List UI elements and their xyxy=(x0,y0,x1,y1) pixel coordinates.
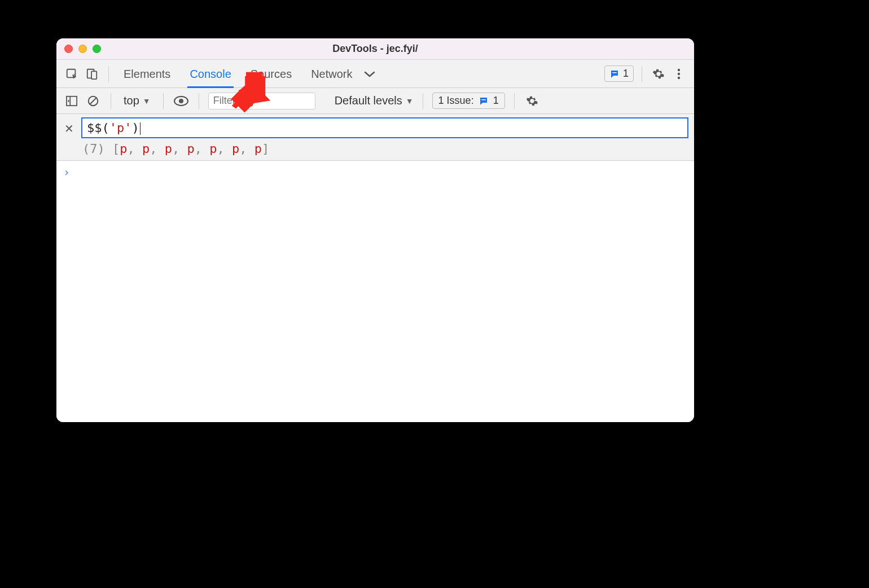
filter-input[interactable] xyxy=(208,93,315,109)
eval-content: $$('p') (7) [p, p, p, p, p, p, p] xyxy=(81,117,688,156)
traffic-lights xyxy=(64,45,101,53)
separator xyxy=(514,93,515,109)
window-title: DevTools - jec.fyi/ xyxy=(56,43,694,55)
close-window-button[interactable] xyxy=(64,45,73,53)
separator xyxy=(111,93,111,109)
svg-rect-2 xyxy=(91,71,96,79)
issues-button[interactable]: 1 Issue: 1 xyxy=(432,93,505,109)
main-toolbar: Elements Console Sources Network 1 xyxy=(56,60,694,88)
minimize-window-button[interactable] xyxy=(78,45,87,53)
code-string: 'p' xyxy=(109,121,132,135)
tab-sources[interactable]: Sources xyxy=(249,61,293,86)
chevron-down-icon: ▼ xyxy=(406,96,414,106)
close-icon[interactable]: ✕ xyxy=(62,117,76,135)
feedback-button[interactable]: 1 xyxy=(604,65,634,82)
more-tabs-button[interactable] xyxy=(357,70,382,78)
result-elem: p xyxy=(232,142,239,156)
tab-console[interactable]: Console xyxy=(188,61,232,86)
svg-point-10 xyxy=(179,99,183,103)
chevron-down-icon: ▼ xyxy=(143,96,151,106)
separator xyxy=(163,93,164,109)
result-count: (7) xyxy=(82,142,105,156)
console-input[interactable]: $$('p') xyxy=(81,117,688,138)
svg-point-6 xyxy=(678,76,680,78)
result-elem: p xyxy=(209,142,217,156)
result-elem: p xyxy=(142,142,150,156)
titlebar: DevTools - jec.fyi/ xyxy=(56,38,694,60)
feedback-icon xyxy=(479,96,489,106)
svg-rect-11 xyxy=(481,99,486,100)
console-output[interactable]: › xyxy=(56,161,694,422)
live-expression-icon[interactable] xyxy=(173,93,190,109)
log-levels-select[interactable]: Default levels ▼ xyxy=(335,94,414,107)
svg-point-5 xyxy=(678,72,680,74)
kebab-menu-button[interactable] xyxy=(670,65,687,82)
levels-label: Default levels xyxy=(335,94,402,107)
eager-eval-result: (7) [p, p, p, p, p, p, p] xyxy=(81,138,688,156)
result-elem: p xyxy=(187,142,195,156)
devtools-window: DevTools - jec.fyi/ Elements Console Sou… xyxy=(56,38,694,422)
console-settings-button[interactable] xyxy=(524,93,541,109)
console-prompt-icon: › xyxy=(63,165,687,179)
zoom-window-button[interactable] xyxy=(93,45,101,53)
separator xyxy=(642,66,642,82)
code-open-paren: ( xyxy=(102,121,109,135)
tab-network[interactable]: Network xyxy=(310,61,353,86)
clear-console-icon[interactable] xyxy=(85,93,102,109)
result-elem: p xyxy=(165,142,172,156)
console-toolbar: top ▼ Default levels ▼ 1 Issue: 1 xyxy=(56,88,694,114)
panel-tabs: Elements Console Sources Network xyxy=(122,61,354,86)
svg-point-4 xyxy=(678,68,680,71)
eager-eval-row: ✕ $$('p') (7) [p, p, p, p, p, p, p] xyxy=(56,114,694,161)
toggle-sidebar-icon[interactable] xyxy=(63,93,80,109)
svg-rect-3 xyxy=(612,72,617,73)
inspect-element-icon[interactable] xyxy=(63,65,80,82)
tab-elements[interactable]: Elements xyxy=(122,61,172,86)
issues-label: 1 Issue: xyxy=(438,95,474,107)
feedback-icon xyxy=(609,69,620,79)
code-function: $$ xyxy=(87,121,102,135)
text-cursor xyxy=(140,122,141,135)
separator xyxy=(108,66,109,82)
context-label: top xyxy=(124,94,139,107)
result-elem: p xyxy=(120,142,127,156)
code-close-paren: ) xyxy=(132,121,139,135)
result-elem: p xyxy=(254,142,262,156)
separator xyxy=(199,93,199,109)
issues-count: 1 xyxy=(493,95,499,107)
context-select[interactable]: top ▼ xyxy=(120,93,154,108)
settings-button[interactable] xyxy=(650,65,667,82)
separator xyxy=(423,93,423,109)
device-toolbar-icon[interactable] xyxy=(84,65,100,82)
feedback-count: 1 xyxy=(623,68,629,80)
